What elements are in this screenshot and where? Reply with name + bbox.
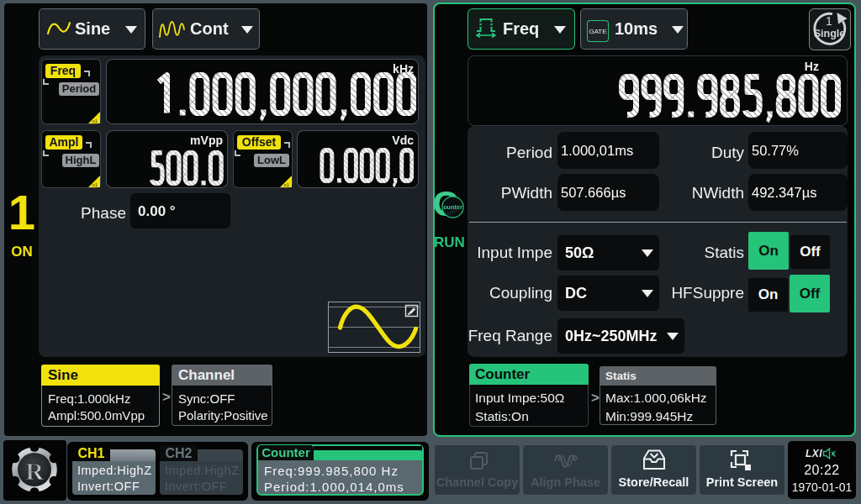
svg-text:x1: x1 bbox=[284, 182, 290, 187]
svg-text:ounter: ounter bbox=[443, 203, 462, 211]
svg-text:R: R bbox=[25, 457, 44, 485]
svg-text:1: 1 bbox=[826, 14, 832, 28]
svg-text:Single: Single bbox=[814, 28, 846, 39]
svg-text:x1: x1 bbox=[92, 118, 98, 123]
svg-text:x1: x1 bbox=[92, 182, 98, 187]
